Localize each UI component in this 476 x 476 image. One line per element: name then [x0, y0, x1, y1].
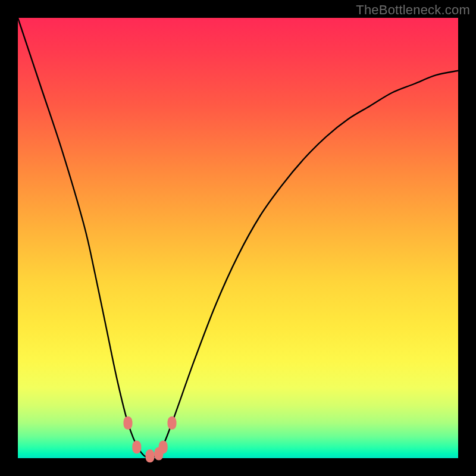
plot-area — [18, 18, 458, 458]
curve-marker — [124, 416, 133, 430]
curve-svg — [18, 18, 458, 458]
bottleneck-curve — [18, 18, 458, 458]
curve-marker — [132, 441, 141, 454]
watermark-text: TheBottleneck.com — [356, 2, 470, 18]
curve-markers — [124, 416, 177, 463]
curve-marker — [159, 441, 168, 454]
curve-marker — [146, 449, 155, 462]
chart-frame: TheBottleneck.com — [0, 0, 476, 476]
curve-marker — [168, 416, 177, 430]
